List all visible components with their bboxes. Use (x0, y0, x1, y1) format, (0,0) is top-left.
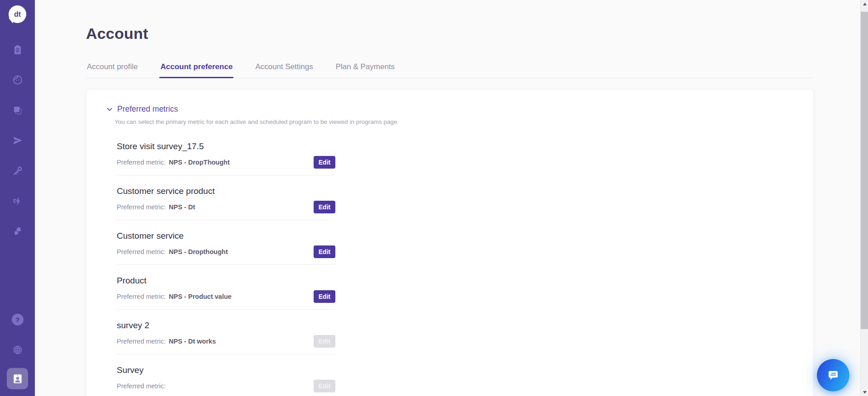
preferred-metric-text: Preferred metric: NPS - DropThought (117, 159, 230, 166)
api-key-icon[interactable] (12, 165, 23, 176)
scrollbar-thumb[interactable] (861, 12, 868, 329)
program-name: Customer service product (117, 186, 335, 196)
program-name: Customer service (117, 231, 335, 241)
account-contact-icon (12, 373, 24, 385)
program-name: Store visit survey_17.5 (117, 141, 335, 151)
preferred-metric-value: NPS - Dt (169, 203, 195, 211)
sidebar-item-account-active[interactable] (7, 368, 28, 389)
program-name: Survey (117, 365, 335, 375)
arrow-up-icon (863, 3, 867, 5)
sidebar-nav (12, 44, 23, 237)
program-list: Store visit survey_17.5 Preferred metric… (117, 131, 335, 396)
chevron-down-icon (106, 106, 113, 113)
dropthought-logo[interactable]: dt (9, 5, 26, 23)
scroll-down-button[interactable] (861, 388, 868, 396)
preferred-metric-text: Preferred metric: (117, 382, 167, 390)
page-title: Account (86, 25, 814, 42)
preferences-card: Preferred metrics You can select the pri… (86, 89, 814, 396)
preferred-metric-text: Preferred metric: NPS - Dt works (117, 338, 216, 345)
preferred-metric-text: Preferred metric: NPS - Dt (117, 203, 195, 211)
language-globe-icon[interactable] (12, 344, 23, 355)
program-name: survey 2 (117, 321, 335, 330)
tab-plan-payments[interactable]: Plan & Payments (335, 59, 396, 78)
audience-icon[interactable] (12, 75, 23, 85)
chat-bubble-icon (826, 368, 840, 382)
tab-account-profile[interactable]: Account profile (86, 59, 138, 78)
program-row: Customer service Preferred metric: NPS -… (117, 220, 335, 265)
tab-account-preference[interactable]: Account preference (159, 59, 234, 78)
preferred-metrics-header[interactable]: Preferred metrics (106, 104, 813, 114)
preferred-metric-value: NPS - Dt works (169, 338, 216, 345)
help-icon[interactable]: ? (12, 314, 24, 325)
tab-account-settings[interactable]: Account Settings (254, 59, 314, 78)
sidebar: dt (0, 0, 35, 396)
edit-button[interactable]: Edit (314, 201, 335, 213)
programs-icon[interactable] (12, 105, 23, 116)
edit-button[interactable]: Edit (314, 380, 335, 392)
arrow-down-icon (863, 391, 867, 394)
preferred-metric-text: Preferred metric: NPS - Dropthought (117, 248, 228, 255)
section-description: You can select the primary metric for ea… (114, 118, 813, 125)
preferred-metric-value: NPS - Product value (169, 293, 232, 300)
preferred-metric-value: NPS - DropThought (169, 159, 230, 166)
surveys-icon[interactable] (12, 44, 23, 55)
edit-button[interactable]: Edit (314, 156, 335, 169)
main-area: Account Account profile Account preferen… (35, 0, 860, 396)
program-row: survey 2 Preferred metric: NPS - Dt work… (117, 310, 335, 354)
edit-button[interactable]: Edit (314, 245, 335, 258)
program-row: Survey Preferred metric: Edit (117, 354, 335, 396)
tab-bar: Account profile Account preference Accou… (86, 59, 814, 78)
scroll-up-button[interactable] (861, 0, 868, 8)
vertical-scrollbar[interactable] (860, 0, 868, 396)
preferred-metric-text: Preferred metric: NPS - Product value (117, 293, 232, 300)
preferred-metric-value: NPS - Dropthought (169, 248, 228, 255)
program-row: Customer service product Preferred metri… (117, 175, 335, 220)
logo-text: dt (14, 10, 21, 19)
help-glyph: ? (15, 316, 19, 324)
edit-button[interactable]: Edit (314, 290, 335, 303)
program-row: Product Preferred metric: NPS - Product … (117, 265, 335, 310)
section-title: Preferred metrics (117, 104, 178, 114)
integrations-icon[interactable] (12, 226, 23, 237)
sidebar-footer: ? (7, 314, 28, 389)
chat-button[interactable] (817, 359, 849, 391)
program-name: Product (117, 276, 335, 286)
edit-button[interactable]: Edit (314, 335, 335, 348)
program-row: Store visit survey_17.5 Preferred metric… (117, 131, 335, 175)
distribute-icon[interactable] (12, 135, 23, 146)
quick-actions-icon[interactable] (12, 196, 23, 207)
